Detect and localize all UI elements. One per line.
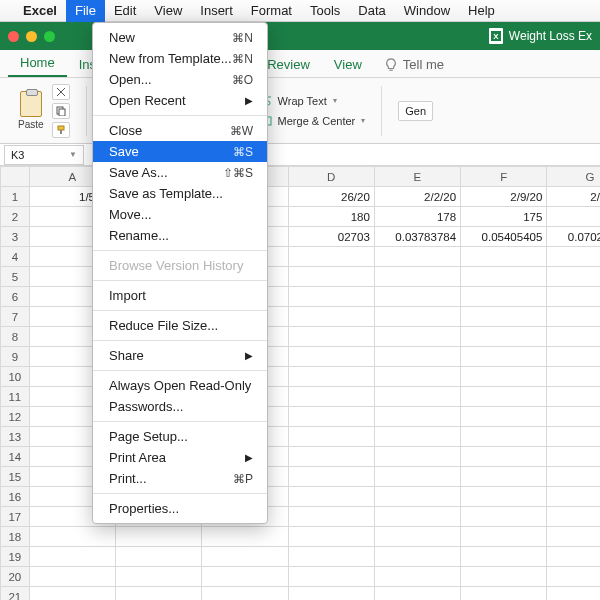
cell-B19[interactable] <box>116 547 202 567</box>
cell-F7[interactable] <box>461 307 547 327</box>
tab-view[interactable]: View <box>322 51 374 77</box>
row-header-9[interactable]: 9 <box>1 347 30 367</box>
cell-D19[interactable] <box>288 547 374 567</box>
paste-button[interactable]: Paste <box>14 89 48 132</box>
cell-G3[interactable]: 0.07027027 <box>547 227 600 247</box>
cell-D18[interactable] <box>288 527 374 547</box>
menu-item-reduce-file-size[interactable]: Reduce File Size... <box>93 315 267 336</box>
row-header-16[interactable]: 16 <box>1 487 30 507</box>
cell-D9[interactable] <box>288 347 374 367</box>
cell-C19[interactable] <box>202 547 288 567</box>
cell-G7[interactable] <box>547 307 600 327</box>
cell-G1[interactable]: 2/16/20 <box>547 187 600 207</box>
cell-D2[interactable]: 180 <box>288 207 374 227</box>
menu-app-name[interactable]: Excel <box>14 0 66 22</box>
cell-E4[interactable] <box>374 247 460 267</box>
cell-E12[interactable] <box>374 407 460 427</box>
menu-file[interactable]: File <box>66 0 105 22</box>
cell-F20[interactable] <box>461 567 547 587</box>
menu-item-new-from-template[interactable]: New from Template...⌘N <box>93 48 267 69</box>
cell-F16[interactable] <box>461 487 547 507</box>
menu-item-new[interactable]: New⌘N <box>93 27 267 48</box>
menu-help[interactable]: Help <box>459 0 504 22</box>
cell-E8[interactable] <box>374 327 460 347</box>
menu-insert[interactable]: Insert <box>191 0 242 22</box>
cell-F19[interactable] <box>461 547 547 567</box>
cell-E16[interactable] <box>374 487 460 507</box>
cell-F21[interactable] <box>461 587 547 601</box>
cell-E1[interactable]: 2/2/20 <box>374 187 460 207</box>
cell-D21[interactable] <box>288 587 374 601</box>
cell-G2[interactable]: 172 <box>547 207 600 227</box>
cell-D20[interactable] <box>288 567 374 587</box>
cell-E5[interactable] <box>374 267 460 287</box>
row-header-7[interactable]: 7 <box>1 307 30 327</box>
cell-C18[interactable] <box>202 527 288 547</box>
menu-item-properties[interactable]: Properties... <box>93 498 267 519</box>
cell-G14[interactable] <box>547 447 600 467</box>
cell-D14[interactable] <box>288 447 374 467</box>
cell-B21[interactable] <box>116 587 202 601</box>
menu-item-share[interactable]: Share▶ <box>93 345 267 366</box>
row-header-2[interactable]: 2 <box>1 207 30 227</box>
cell-E14[interactable] <box>374 447 460 467</box>
cell-E20[interactable] <box>374 567 460 587</box>
cell-F15[interactable] <box>461 467 547 487</box>
cell-G8[interactable] <box>547 327 600 347</box>
cell-E17[interactable] <box>374 507 460 527</box>
row-header-3[interactable]: 3 <box>1 227 30 247</box>
cell-E21[interactable] <box>374 587 460 601</box>
menu-window[interactable]: Window <box>395 0 459 22</box>
cell-G17[interactable] <box>547 507 600 527</box>
cell-D11[interactable] <box>288 387 374 407</box>
row-header-8[interactable]: 8 <box>1 327 30 347</box>
cell-D4[interactable] <box>288 247 374 267</box>
tell-me-search[interactable]: Tell me <box>374 57 454 77</box>
cell-G15[interactable] <box>547 467 600 487</box>
cell-D13[interactable] <box>288 427 374 447</box>
cell-E3[interactable]: 0.03783784 <box>374 227 460 247</box>
menu-tools[interactable]: Tools <box>301 0 349 22</box>
cell-E18[interactable] <box>374 527 460 547</box>
cell-G19[interactable] <box>547 547 600 567</box>
cell-B18[interactable] <box>116 527 202 547</box>
row-header-18[interactable]: 18 <box>1 527 30 547</box>
row-header-15[interactable]: 15 <box>1 467 30 487</box>
cell-F3[interactable]: 0.05405405 <box>461 227 547 247</box>
menu-item-open[interactable]: Open...⌘O <box>93 69 267 90</box>
cell-F14[interactable] <box>461 447 547 467</box>
cell-E9[interactable] <box>374 347 460 367</box>
cell-D6[interactable] <box>288 287 374 307</box>
cell-B20[interactable] <box>116 567 202 587</box>
menu-edit[interactable]: Edit <box>105 0 145 22</box>
row-header-10[interactable]: 10 <box>1 367 30 387</box>
cell-D7[interactable] <box>288 307 374 327</box>
select-all-corner[interactable] <box>1 167 30 187</box>
cut-button[interactable] <box>52 84 70 100</box>
menu-item-always-open-read-only[interactable]: Always Open Read-Only <box>93 375 267 396</box>
number-format-select[interactable]: Gen <box>398 101 433 121</box>
cell-G18[interactable] <box>547 527 600 547</box>
row-header-11[interactable]: 11 <box>1 387 30 407</box>
spreadsheet-grid[interactable]: ABCDEFGH11/5/2026/202/2/202/9/202/16/202… <box>0 166 600 600</box>
row-header-1[interactable]: 1 <box>1 187 30 207</box>
cell-F10[interactable] <box>461 367 547 387</box>
menu-item-print[interactable]: Print...⌘P <box>93 468 267 489</box>
menu-item-rename[interactable]: Rename... <box>93 225 267 246</box>
row-header-19[interactable]: 19 <box>1 547 30 567</box>
copy-button[interactable] <box>52 103 70 119</box>
cell-F5[interactable] <box>461 267 547 287</box>
cell-G12[interactable] <box>547 407 600 427</box>
cell-A21[interactable] <box>29 587 115 601</box>
cell-G20[interactable] <box>547 567 600 587</box>
row-header-4[interactable]: 4 <box>1 247 30 267</box>
cell-D3[interactable]: 02703 <box>288 227 374 247</box>
cell-G5[interactable] <box>547 267 600 287</box>
wrap-text-button[interactable]: Wrap Text ▾ <box>258 94 366 108</box>
menu-data[interactable]: Data <box>349 0 394 22</box>
cell-G10[interactable] <box>547 367 600 387</box>
cell-A20[interactable] <box>29 567 115 587</box>
cell-E11[interactable] <box>374 387 460 407</box>
cell-E7[interactable] <box>374 307 460 327</box>
cell-D12[interactable] <box>288 407 374 427</box>
